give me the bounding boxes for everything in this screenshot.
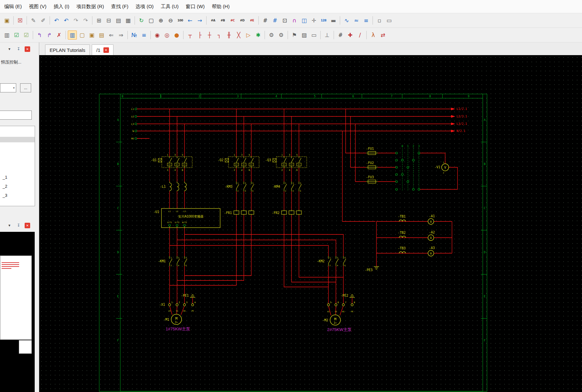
insert-terminal-icon[interactable]: ◎ <box>162 30 172 40</box>
insert-slash-icon[interactable]: / <box>355 30 364 40</box>
insert-flag-icon[interactable]: ⚑ <box>290 30 299 40</box>
insert-symbol-macro-icon[interactable]: ⊟ <box>104 16 113 25</box>
insert-hatch-icon[interactable]: ▨ <box>300 30 309 40</box>
export-page-icon[interactable]: ⇒ <box>116 30 125 40</box>
menu-edit[interactable]: 编辑 (E) <box>1 4 25 10</box>
more-button[interactable]: ... <box>20 83 31 92</box>
tab-project[interactable]: EPLAN Tutorials <box>45 44 90 55</box>
redo-list-icon[interactable]: ↷ <box>81 16 90 25</box>
placeholder-b-icon[interactable]: ▭ <box>385 16 394 25</box>
connection-symbol-double-icon[interactable]: ╫ <box>224 30 233 40</box>
logic-snap-icon[interactable]: ∩ <box>290 16 299 25</box>
snap-to-grid-icon[interactable]: # <box>270 16 279 25</box>
pin-icon[interactable]: ↧ <box>16 46 21 52</box>
zoom-in-icon[interactable]: ⊕ <box>156 16 165 25</box>
connection-symbol-tee-icon[interactable]: ├ <box>195 30 204 40</box>
number-pages-icon[interactable]: № <box>130 30 139 40</box>
menu-utilities[interactable]: 工具 (U) <box>157 4 182 10</box>
grid-c-icon[interactable]: #C <box>228 16 237 25</box>
device-check-offline-icon[interactable]: ☑ <box>22 30 31 40</box>
close-icon[interactable]: ✕ <box>25 223 30 228</box>
undo-list-icon[interactable]: ↶ <box>62 16 71 25</box>
list-selection[interactable] <box>0 137 35 142</box>
format-copy-icon[interactable]: ✐ <box>39 16 48 25</box>
menu-find[interactable]: 查找 (F) <box>108 4 132 10</box>
grid-d-icon[interactable]: #D <box>238 16 247 25</box>
text-size-128-icon[interactable]: 128 <box>319 16 328 25</box>
connection-symbol-corner-icon[interactable]: ┐ <box>215 30 224 40</box>
swap-direction-icon[interactable]: ⇄ <box>378 30 387 40</box>
ruler-icon[interactable]: ▬ <box>329 16 338 25</box>
tab-page-1[interactable]: /1✕ <box>92 44 113 55</box>
page-properties-icon[interactable]: ▤ <box>97 30 106 40</box>
grid-a-icon[interactable]: #A <box>208 16 218 25</box>
menu-view[interactable]: 视图 (V) <box>25 4 50 10</box>
connection-break-icon[interactable]: ╳ <box>234 30 243 40</box>
insert-region-icon[interactable]: ▭ <box>309 30 318 40</box>
connection-symbol-t-icon[interactable]: ┬ <box>185 30 195 40</box>
redo-icon[interactable]: ↷ <box>71 16 80 25</box>
next-view-icon[interactable]: → <box>195 16 204 25</box>
paste-icon[interactable]: ▣ <box>2 16 11 25</box>
grid-toggle-icon[interactable]: # <box>261 16 270 25</box>
import-page-icon[interactable]: ⇐ <box>107 30 116 40</box>
value-field[interactable] <box>0 111 32 120</box>
zoom-window-icon[interactable]: ▢ <box>147 16 156 25</box>
filter-combo[interactable]: ▾ <box>0 83 16 92</box>
previous-view-icon[interactable]: ← <box>185 16 195 25</box>
page-navigator-icon[interactable]: ▥ <box>68 30 77 40</box>
device-settings-icon[interactable]: ⚙ <box>267 30 276 40</box>
graphic-chart-icon[interactable]: ◫ <box>300 16 309 25</box>
device-check-icon[interactable]: ☑ <box>12 30 21 40</box>
insert-device-icon[interactable]: ◉ <box>153 30 162 40</box>
part-selection-icon[interactable]: ▥ <box>2 30 11 40</box>
placeholder-a-icon[interactable]: ▫ <box>375 16 384 25</box>
schematic-canvas[interactable]: 0123456789AABBCCDDEEFFL1L1/2.1L2L2/2.1L3… <box>39 55 582 392</box>
chevron-down-icon[interactable]: ▾ <box>6 222 12 228</box>
insert-table-icon[interactable]: ▦ <box>124 16 133 25</box>
list-item[interactable]: _3 <box>3 193 7 198</box>
goto-counterpart-icon[interactable]: ↰ <box>35 30 44 40</box>
pin-icon[interactable]: ↧ <box>16 222 21 228</box>
grid-b-icon[interactable]: #B <box>218 16 227 25</box>
list-item[interactable]: _1 <box>3 175 7 180</box>
delete-placeholder-icon[interactable]: ☒ <box>16 16 25 25</box>
align-to-grid-icon[interactable]: ⊡ <box>280 16 289 25</box>
insert-plus-icon[interactable]: ✚ <box>346 30 355 40</box>
update-connections-icon[interactable]: ↻ <box>137 16 146 25</box>
tab-close-icon[interactable]: ✕ <box>103 47 109 53</box>
insert-window-macro-icon[interactable]: ⊞ <box>94 16 103 25</box>
menu-project-data[interactable]: 项目数据 (R) <box>73 4 108 10</box>
new-page-icon[interactable]: ▢ <box>77 30 87 40</box>
potential-definition-icon[interactable]: ✱ <box>254 30 263 40</box>
zoom-out-icon[interactable]: ⊖ <box>166 16 175 25</box>
schematic-svg[interactable]: 0123456789AABBCCDDEEFFL1L1/2.1L2L2/2.1L3… <box>39 55 582 392</box>
format-brush-icon[interactable]: ✎ <box>29 16 38 25</box>
press-tool-icon[interactable]: ⊥ <box>323 30 332 40</box>
sidebar-list[interactable]: _1_2_3 <box>0 126 35 206</box>
page-macro-icon[interactable]: ▣ <box>87 30 96 40</box>
interruption-point-icon[interactable]: ▷ <box>244 30 253 40</box>
undo-icon[interactable]: ↶ <box>52 16 61 25</box>
list-item[interactable]: _2 <box>3 184 7 189</box>
menu-help[interactable]: 帮助 (H) <box>208 4 233 10</box>
menu-options[interactable]: 选项 (O) <box>132 4 157 10</box>
insert-plug-icon[interactable]: ● <box>172 30 181 40</box>
goto-graphic-icon[interactable]: ↱ <box>45 30 54 40</box>
preview-page[interactable] <box>0 255 32 340</box>
signal-grid-icon[interactable]: ≡ <box>362 16 371 25</box>
insert-page-macro-icon[interactable]: ▤ <box>114 16 123 25</box>
zoom-100-icon[interactable]: 100 <box>176 16 185 25</box>
grid-e-icon[interactable]: #E <box>247 16 256 25</box>
signal-tracking-icon[interactable]: ≈ <box>352 16 361 25</box>
menu-window[interactable]: 窗口 (W) <box>182 4 208 10</box>
dimension-icon[interactable]: ✛ <box>309 16 318 25</box>
project-settings-icon[interactable]: ⚙ <box>277 30 286 40</box>
menu-insert[interactable]: 插入 (I) <box>50 4 73 10</box>
select-remove-icon[interactable]: ✗ <box>54 30 64 40</box>
connection-symbol-cross-icon[interactable]: ┼ <box>205 30 214 40</box>
signal-line-icon[interactable]: ∿ <box>342 16 351 25</box>
insert-curve-icon[interactable]: λ <box>369 30 378 40</box>
renumber-devices-icon[interactable]: ≡ <box>139 30 148 40</box>
insert-grid-icon[interactable]: # <box>336 30 345 40</box>
